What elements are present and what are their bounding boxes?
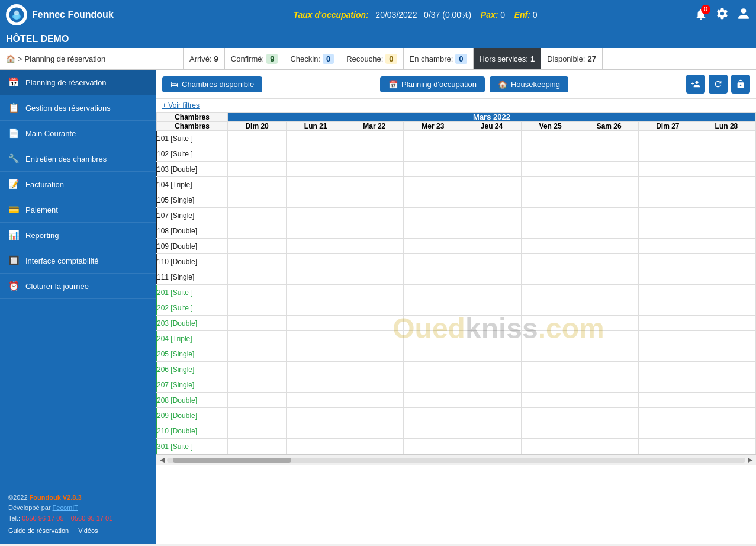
planning-grid-cell[interactable] — [697, 223, 755, 239]
planning-grid-cell[interactable] — [638, 300, 697, 316]
planning-grid-cell[interactable] — [697, 239, 755, 254]
planning-grid-cell[interactable] — [462, 362, 521, 377]
planning-grid-cell[interactable] — [228, 393, 287, 408]
planning-grid-cell[interactable] — [638, 377, 697, 393]
settings-button[interactable] — [716, 7, 729, 23]
planning-grid-cell[interactable] — [228, 254, 287, 269]
planning-grid-cell[interactable] — [287, 239, 345, 254]
planning-grid-cell[interactable] — [580, 162, 638, 177]
planning-grid-cell[interactable] — [580, 377, 638, 393]
planning-grid-cell[interactable] — [404, 131, 462, 146]
planning-grid-cell[interactable] — [462, 408, 521, 423]
planning-grid-cell[interactable] — [521, 177, 580, 192]
planning-grid-cell[interactable] — [580, 131, 638, 146]
planning-grid-cell[interactable] — [580, 393, 638, 408]
planning-grid-cell[interactable] — [345, 393, 404, 408]
planning-grid-cell[interactable] — [287, 423, 345, 439]
planning-grid-cell[interactable] — [580, 269, 638, 285]
planning-grid-cell[interactable] — [521, 423, 580, 439]
planning-grid-cell[interactable] — [287, 208, 345, 223]
planning-grid-cell[interactable] — [287, 192, 345, 208]
planning-grid-cell[interactable] — [580, 316, 638, 331]
sidebar-item-facturation[interactable]: 📝 Facturation — [0, 172, 156, 197]
planning-grid-cell[interactable] — [345, 254, 404, 269]
sidebar-item-comptabilite[interactable]: 🔲 Interface comptabilité — [0, 248, 156, 274]
filter-link[interactable]: + Voir filtres — [156, 99, 756, 112]
planning-grid-cell[interactable] — [287, 162, 345, 177]
footer-developer-link[interactable]: FecomIT — [53, 504, 78, 511]
planning-grid-cell[interactable] — [697, 377, 755, 393]
planning-grid-cell[interactable] — [228, 131, 287, 146]
planning-table-wrapper[interactable]: Ouedkniss.com Chambres Mars 2022 — [156, 112, 756, 544]
planning-grid-cell[interactable] — [697, 285, 755, 300]
planning-grid-cell[interactable] — [638, 285, 697, 300]
planning-grid-cell[interactable] — [638, 362, 697, 377]
user-button[interactable] — [737, 7, 750, 23]
planning-grid-cell[interactable] — [228, 316, 287, 331]
planning-grid-cell[interactable] — [580, 423, 638, 439]
planning-grid-cell[interactable] — [521, 285, 580, 300]
planning-grid-cell[interactable] — [462, 300, 521, 316]
planning-grid-cell[interactable] — [228, 192, 287, 208]
planning-grid-cell[interactable] — [228, 331, 287, 346]
planning-grid-cell[interactable] — [462, 331, 521, 346]
planning-grid-cell[interactable] — [638, 316, 697, 331]
planning-grid-cell[interactable] — [638, 192, 697, 208]
hscroll-thumb[interactable] — [173, 458, 291, 463]
planning-grid-cell[interactable] — [638, 208, 697, 223]
planning-grid-cell[interactable] — [345, 162, 404, 177]
planning-grid-cell[interactable] — [521, 162, 580, 177]
planning-grid-cell[interactable] — [638, 439, 697, 454]
planning-grid-cell[interactable] — [228, 439, 287, 454]
planning-grid-cell[interactable] — [287, 146, 345, 162]
export-button[interactable] — [731, 75, 750, 94]
planning-grid-cell[interactable] — [697, 177, 755, 192]
planning-grid-cell[interactable] — [404, 285, 462, 300]
planning-grid-cell[interactable] — [462, 223, 521, 239]
planning-grid-cell[interactable] — [697, 362, 755, 377]
planning-grid-cell[interactable] — [521, 208, 580, 223]
sidebar-item-entretien[interactable]: 🔧 Entretien des chambres — [0, 146, 156, 172]
planning-grid-cell[interactable] — [697, 408, 755, 423]
planning-grid-cell[interactable] — [345, 192, 404, 208]
planning-grid-cell[interactable] — [580, 254, 638, 269]
planning-grid-cell[interactable] — [404, 408, 462, 423]
planning-grid-cell[interactable] — [697, 346, 755, 362]
planning-grid-cell[interactable] — [697, 439, 755, 454]
planning-grid-cell[interactable] — [404, 393, 462, 408]
planning-grid-cell[interactable] — [228, 300, 287, 316]
planning-grid-cell[interactable] — [462, 285, 521, 300]
planning-grid-cell[interactable] — [228, 423, 287, 439]
planning-grid-cell[interactable] — [521, 269, 580, 285]
planning-grid-cell[interactable] — [345, 300, 404, 316]
planning-grid-cell[interactable] — [228, 377, 287, 393]
planning-grid-cell[interactable] — [462, 269, 521, 285]
planning-grid-cell[interactable] — [638, 346, 697, 362]
planning-grid-cell[interactable] — [638, 254, 697, 269]
planning-grid-cell[interactable] — [228, 362, 287, 377]
planning-grid-cell[interactable] — [462, 131, 521, 146]
planning-grid-cell[interactable] — [345, 346, 404, 362]
planning-grid-cell[interactable] — [287, 439, 345, 454]
planning-grid-cell[interactable] — [697, 146, 755, 162]
chambres-disponible-button[interactable]: 🛏 Chambres disponible — [162, 76, 262, 92]
planning-grid-cell[interactable] — [521, 408, 580, 423]
planning-grid-cell[interactable] — [697, 316, 755, 331]
planning-grid-cell[interactable] — [462, 146, 521, 162]
planning-grid-cell[interactable] — [697, 393, 755, 408]
planning-grid-cell[interactable] — [580, 408, 638, 423]
planning-grid-cell[interactable] — [404, 331, 462, 346]
planning-grid-cell[interactable] — [462, 177, 521, 192]
planning-grid-cell[interactable] — [462, 423, 521, 439]
planning-grid-cell[interactable] — [345, 239, 404, 254]
footer-videos-link[interactable]: Vidéos — [78, 526, 98, 537]
planning-grid-cell[interactable] — [462, 393, 521, 408]
planning-grid-cell[interactable] — [697, 192, 755, 208]
planning-grid-cell[interactable] — [638, 162, 697, 177]
planning-grid-cell[interactable] — [638, 146, 697, 162]
planning-grid-cell[interactable] — [345, 146, 404, 162]
planning-grid-cell[interactable] — [404, 239, 462, 254]
planning-grid-cell[interactable] — [287, 300, 345, 316]
refresh-button[interactable] — [709, 75, 728, 94]
sidebar-item-cloture[interactable]: ⏰ Clôturer la journée — [0, 274, 156, 299]
